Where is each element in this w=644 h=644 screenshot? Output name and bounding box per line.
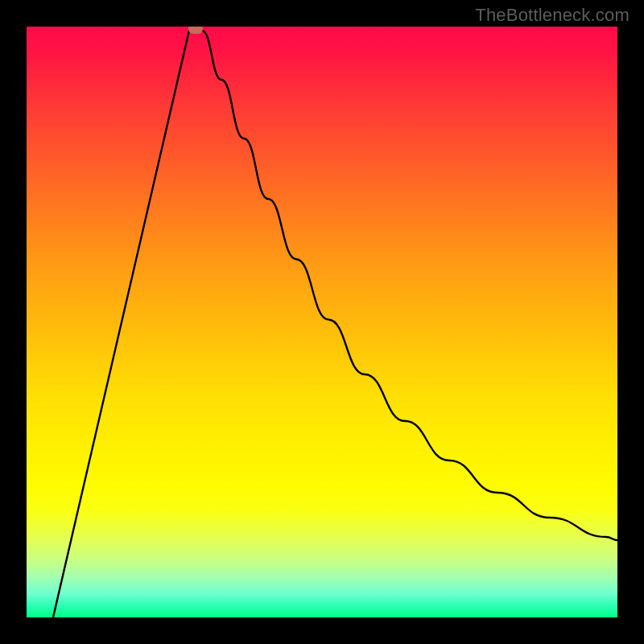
- chart-frame: TheBottleneck.com: [0, 0, 644, 644]
- plot-area: [27, 27, 617, 617]
- watermark-text: TheBottleneck.com: [475, 5, 630, 26]
- bottleneck-curve: [27, 27, 617, 617]
- curve-left-segment: [53, 31, 189, 617]
- minimum-marker: [188, 27, 203, 34]
- curve-right-segment: [202, 31, 617, 540]
